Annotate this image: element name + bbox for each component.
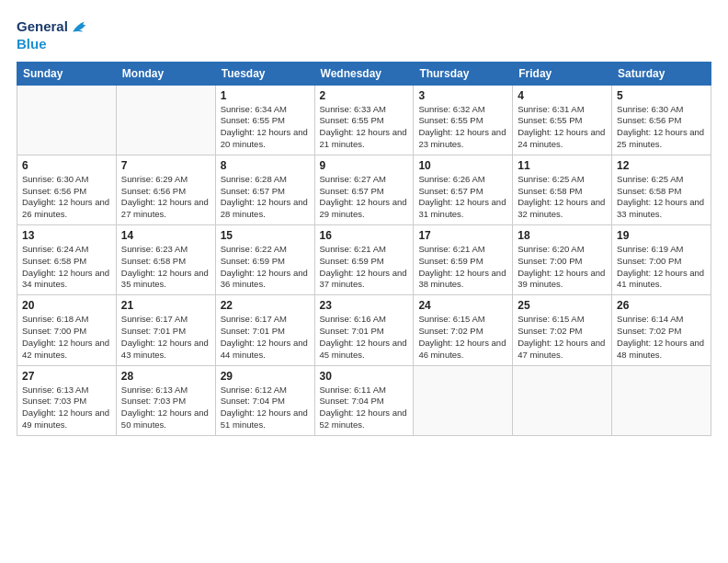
day-number: 2: [320, 89, 409, 102]
day-info: Sunrise: 6:14 AM Sunset: 7:02 PM Dayligh…: [617, 314, 706, 361]
calendar-cell: 13Sunrise: 6:24 AM Sunset: 6:58 PM Dayli…: [17, 225, 117, 295]
calendar-cell: [17, 85, 117, 155]
day-info: Sunrise: 6:21 AM Sunset: 6:59 PM Dayligh…: [320, 244, 409, 291]
day-number: 1: [221, 89, 310, 102]
day-info: Sunrise: 6:13 AM Sunset: 7:03 PM Dayligh…: [22, 385, 111, 431]
day-number: 19: [617, 229, 706, 242]
logo-text-blue: Blue: [17, 37, 90, 52]
week-row-1: 1Sunrise: 6:34 AM Sunset: 6:55 PM Daylig…: [17, 85, 711, 155]
calendar-cell: 14Sunrise: 6:23 AM Sunset: 6:58 PM Dayli…: [116, 225, 215, 295]
day-number: 23: [320, 299, 409, 312]
weekday-header-friday: Friday: [513, 62, 612, 85]
calendar-cell: 23Sunrise: 6:16 AM Sunset: 7:01 PM Dayli…: [314, 295, 414, 365]
day-info: Sunrise: 6:34 AM Sunset: 6:55 PM Dayligh…: [221, 104, 310, 151]
day-info: Sunrise: 6:16 AM Sunset: 7:01 PM Dayligh…: [320, 314, 409, 361]
day-info: Sunrise: 6:12 AM Sunset: 7:04 PM Dayligh…: [221, 385, 310, 431]
calendar-cell: 27Sunrise: 6:13 AM Sunset: 7:03 PM Dayli…: [17, 365, 117, 435]
day-number: 11: [518, 159, 607, 172]
day-info: Sunrise: 6:25 AM Sunset: 6:58 PM Dayligh…: [518, 174, 607, 221]
day-info: Sunrise: 6:28 AM Sunset: 6:57 PM Dayligh…: [221, 174, 310, 221]
day-number: 4: [518, 89, 607, 102]
day-number: 8: [221, 159, 310, 172]
weekday-header-thursday: Thursday: [414, 62, 513, 85]
calendar-cell: 29Sunrise: 6:12 AM Sunset: 7:04 PM Dayli…: [215, 365, 314, 435]
day-number: 28: [121, 370, 210, 383]
page: General Blue SundayMondayTuesdayWednesda…: [0, 0, 728, 563]
day-info: Sunrise: 6:33 AM Sunset: 6:55 PM Dayligh…: [320, 104, 409, 151]
day-info: Sunrise: 6:30 AM Sunset: 6:56 PM Dayligh…: [617, 104, 706, 151]
day-info: Sunrise: 6:15 AM Sunset: 7:02 PM Dayligh…: [518, 314, 607, 361]
calendar-cell: 22Sunrise: 6:17 AM Sunset: 7:01 PM Dayli…: [215, 295, 314, 365]
day-number: 16: [320, 229, 409, 242]
day-number: 29: [221, 370, 310, 383]
day-info: Sunrise: 6:26 AM Sunset: 6:57 PM Dayligh…: [418, 174, 507, 221]
calendar-cell: 25Sunrise: 6:15 AM Sunset: 7:02 PM Dayli…: [513, 295, 612, 365]
day-number: 9: [320, 159, 409, 172]
calendar-cell: [612, 365, 711, 435]
day-number: 3: [418, 89, 507, 102]
calendar-cell: 8Sunrise: 6:28 AM Sunset: 6:57 PM Daylig…: [215, 155, 314, 224]
day-info: Sunrise: 6:25 AM Sunset: 6:58 PM Dayligh…: [617, 174, 706, 221]
day-number: 14: [121, 229, 210, 242]
calendar-cell: 7Sunrise: 6:29 AM Sunset: 6:56 PM Daylig…: [116, 155, 215, 224]
week-row-3: 13Sunrise: 6:24 AM Sunset: 6:58 PM Dayli…: [17, 225, 711, 295]
calendar-cell: 10Sunrise: 6:26 AM Sunset: 6:57 PM Dayli…: [414, 155, 513, 224]
day-info: Sunrise: 6:29 AM Sunset: 6:56 PM Dayligh…: [121, 174, 210, 221]
day-number: 15: [221, 229, 310, 242]
day-info: Sunrise: 6:11 AM Sunset: 7:04 PM Dayligh…: [320, 385, 409, 431]
logo: General Blue: [17, 17, 90, 52]
calendar-cell: 4Sunrise: 6:31 AM Sunset: 6:55 PM Daylig…: [513, 85, 612, 155]
day-number: 20: [22, 299, 111, 312]
calendar-cell: 6Sunrise: 6:30 AM Sunset: 6:56 PM Daylig…: [17, 155, 117, 224]
week-row-2: 6Sunrise: 6:30 AM Sunset: 6:56 PM Daylig…: [17, 155, 711, 224]
calendar-cell: 11Sunrise: 6:25 AM Sunset: 6:58 PM Dayli…: [513, 155, 612, 224]
header: General Blue: [17, 17, 711, 52]
logo-text-general: General: [17, 19, 68, 35]
day-info: Sunrise: 6:23 AM Sunset: 6:58 PM Dayligh…: [121, 244, 210, 291]
calendar-cell: 19Sunrise: 6:19 AM Sunset: 7:00 PM Dayli…: [612, 225, 711, 295]
calendar-cell: 18Sunrise: 6:20 AM Sunset: 7:00 PM Dayli…: [513, 225, 612, 295]
day-number: 30: [320, 370, 409, 383]
calendar-cell: 26Sunrise: 6:14 AM Sunset: 7:02 PM Dayli…: [612, 295, 711, 365]
day-info: Sunrise: 6:22 AM Sunset: 6:59 PM Dayligh…: [221, 244, 310, 291]
day-number: 5: [617, 89, 706, 102]
day-number: 13: [22, 229, 111, 242]
calendar: SundayMondayTuesdayWednesdayThursdayFrid…: [17, 62, 711, 436]
day-number: 25: [518, 299, 607, 312]
day-info: Sunrise: 6:27 AM Sunset: 6:57 PM Dayligh…: [320, 174, 409, 221]
calendar-cell: 20Sunrise: 6:18 AM Sunset: 7:00 PM Dayli…: [17, 295, 117, 365]
weekday-header-row: SundayMondayTuesdayWednesdayThursdayFrid…: [17, 62, 711, 85]
calendar-cell: [513, 365, 612, 435]
day-info: Sunrise: 6:24 AM Sunset: 6:58 PM Dayligh…: [22, 244, 111, 291]
day-info: Sunrise: 6:32 AM Sunset: 6:55 PM Dayligh…: [418, 104, 507, 151]
calendar-cell: 12Sunrise: 6:25 AM Sunset: 6:58 PM Dayli…: [612, 155, 711, 224]
calendar-cell: [414, 365, 513, 435]
weekday-header-tuesday: Tuesday: [215, 62, 314, 85]
weekday-header-saturday: Saturday: [612, 62, 711, 85]
day-info: Sunrise: 6:19 AM Sunset: 7:00 PM Dayligh…: [617, 244, 706, 291]
day-info: Sunrise: 6:31 AM Sunset: 6:55 PM Dayligh…: [518, 104, 607, 151]
day-info: Sunrise: 6:17 AM Sunset: 7:01 PM Dayligh…: [121, 314, 210, 361]
day-number: 26: [617, 299, 706, 312]
calendar-cell: 1Sunrise: 6:34 AM Sunset: 6:55 PM Daylig…: [215, 85, 314, 155]
day-number: 22: [221, 299, 310, 312]
calendar-cell: 21Sunrise: 6:17 AM Sunset: 7:01 PM Dayli…: [116, 295, 215, 365]
weekday-header-wednesday: Wednesday: [314, 62, 414, 85]
day-info: Sunrise: 6:13 AM Sunset: 7:03 PM Dayligh…: [121, 385, 210, 431]
day-info: Sunrise: 6:20 AM Sunset: 7:00 PM Dayligh…: [518, 244, 607, 291]
calendar-cell: 3Sunrise: 6:32 AM Sunset: 6:55 PM Daylig…: [414, 85, 513, 155]
day-number: 24: [418, 299, 507, 312]
calendar-cell: 17Sunrise: 6:21 AM Sunset: 6:59 PM Dayli…: [414, 225, 513, 295]
day-number: 27: [22, 370, 111, 383]
day-info: Sunrise: 6:15 AM Sunset: 7:02 PM Dayligh…: [418, 314, 507, 361]
day-info: Sunrise: 6:21 AM Sunset: 6:59 PM Dayligh…: [418, 244, 507, 291]
day-number: 12: [617, 159, 706, 172]
day-number: 10: [418, 159, 507, 172]
day-number: 18: [518, 229, 607, 242]
day-info: Sunrise: 6:17 AM Sunset: 7:01 PM Dayligh…: [221, 314, 310, 361]
day-info: Sunrise: 6:30 AM Sunset: 6:56 PM Dayligh…: [22, 174, 111, 221]
calendar-cell: 30Sunrise: 6:11 AM Sunset: 7:04 PM Dayli…: [314, 365, 414, 435]
calendar-cell: 16Sunrise: 6:21 AM Sunset: 6:59 PM Dayli…: [314, 225, 414, 295]
day-number: 6: [22, 159, 111, 172]
week-row-5: 27Sunrise: 6:13 AM Sunset: 7:03 PM Dayli…: [17, 365, 711, 435]
